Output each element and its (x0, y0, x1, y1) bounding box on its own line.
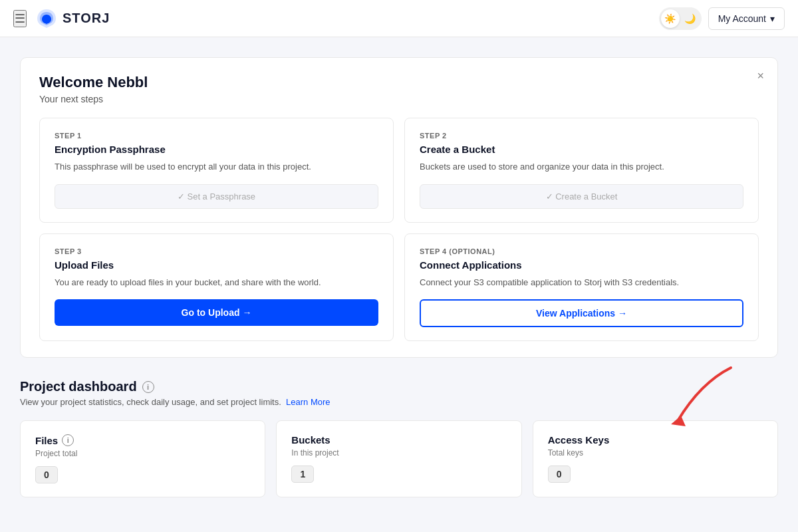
view-applications-label: View Applications → (536, 308, 627, 319)
step-2-action-label: ✓ Create a Bucket (546, 192, 618, 201)
access-keys-stat-card: Access Keys Total keys 0 (533, 420, 778, 497)
welcome-subtitle: Your next steps (39, 94, 759, 104)
step-3-desc: You are ready to upload files in your bu… (55, 276, 378, 289)
buckets-title-text: Buckets (291, 434, 330, 446)
files-title-text: Files (35, 435, 58, 446)
buckets-title: Buckets (291, 434, 506, 446)
files-subtitle: Project total (35, 449, 250, 458)
access-keys-title-text: Access Keys (548, 434, 610, 446)
step-3-label: STEP 3 (55, 247, 378, 255)
dark-theme-button[interactable]: 🌙 (681, 9, 700, 28)
learn-more-link[interactable]: Learn More (286, 397, 330, 407)
step-1-card: STEP 1 Encryption Passphrase This passph… (39, 118, 394, 223)
logo-text: STORJ (63, 11, 110, 26)
step-1-action: ✓ Set a Passphrase (55, 184, 378, 209)
step-4-desc: Connect your S3 compatible application t… (420, 276, 743, 289)
dashboard-info-icon[interactable]: i (142, 381, 154, 393)
menu-icon[interactable]: ☰ (13, 10, 27, 27)
header-left: ☰ STORJ (13, 7, 110, 31)
view-applications-button[interactable]: View Applications → (420, 299, 743, 327)
step-2-title: Create a Bucket (420, 144, 743, 155)
step-4-card: STEP 4 (OPTIONAL) Connect Applications C… (404, 233, 759, 342)
dashboard-header: Project dashboard i View your project st… (20, 379, 778, 407)
step-2-action: ✓ Create a Bucket (420, 184, 743, 209)
steps-grid: STEP 1 Encryption Passphrase This passph… (39, 118, 759, 341)
access-keys-subtitle: Total keys (548, 448, 763, 458)
step-1-desc: This passphrase will be used to encrypt … (55, 160, 378, 174)
dashboard-subtitle-text: View your project statistics, check dail… (20, 397, 281, 407)
files-stat-card: Files i Project total 0 (20, 420, 265, 497)
header-right: ☀️ 🌙 My Account ▾ (659, 7, 785, 30)
my-account-button[interactable]: My Account ▾ (708, 7, 785, 30)
dashboard-subtitle: View your project statistics, check dail… (20, 397, 778, 407)
stats-grid: Files i Project total 0 Buckets In this … (20, 420, 778, 497)
step-1-title: Encryption Passphrase (55, 144, 378, 155)
welcome-section: × Welcome Nebbl Your next steps STEP 1 E… (20, 57, 778, 358)
step-1-action-label: ✓ Set a Passphrase (178, 192, 255, 201)
step-3-card: STEP 3 Upload Files You are ready to upl… (39, 233, 394, 342)
svg-marker-0 (671, 416, 686, 426)
access-keys-title: Access Keys (548, 434, 763, 446)
step-1-label: STEP 1 (55, 132, 378, 140)
theme-toggle: ☀️ 🌙 (659, 7, 702, 30)
dashboard-title-text: Project dashboard (20, 379, 137, 394)
chevron-down-icon: ▾ (770, 13, 775, 24)
light-theme-button[interactable]: ☀️ (661, 9, 680, 28)
buckets-subtitle: In this project (291, 448, 506, 458)
logo: STORJ (35, 7, 110, 31)
step-2-label: STEP 2 (420, 132, 743, 140)
main-content: × Welcome Nebbl Your next steps STEP 1 E… (0, 37, 798, 517)
files-title: Files i (35, 434, 250, 446)
files-info-icon[interactable]: i (62, 434, 74, 446)
files-value: 0 (35, 466, 58, 483)
step-4-title: Connect Applications (420, 259, 743, 271)
app-header: ☰ STORJ ☀️ 🌙 My Account ▾ (0, 0, 798, 37)
storj-logo-icon (35, 7, 59, 31)
step-3-title: Upload Files (55, 259, 378, 271)
go-to-upload-button[interactable]: Go to Upload → (55, 299, 378, 326)
buckets-stat-card: Buckets In this project 1 (276, 420, 521, 497)
step-2-desc: Buckets are used to store and organize y… (420, 160, 743, 174)
go-to-upload-label: Go to Upload → (182, 307, 252, 318)
buckets-value: 1 (291, 466, 314, 483)
welcome-title: Welcome Nebbl (39, 74, 759, 91)
access-keys-value: 0 (548, 466, 571, 483)
step-4-label: STEP 4 (OPTIONAL) (420, 247, 743, 255)
step-2-card: STEP 2 Create a Bucket Buckets are used … (404, 118, 759, 223)
dashboard-title: Project dashboard i (20, 379, 778, 394)
close-button[interactable]: × (757, 70, 764, 82)
my-account-label: My Account (718, 13, 766, 24)
